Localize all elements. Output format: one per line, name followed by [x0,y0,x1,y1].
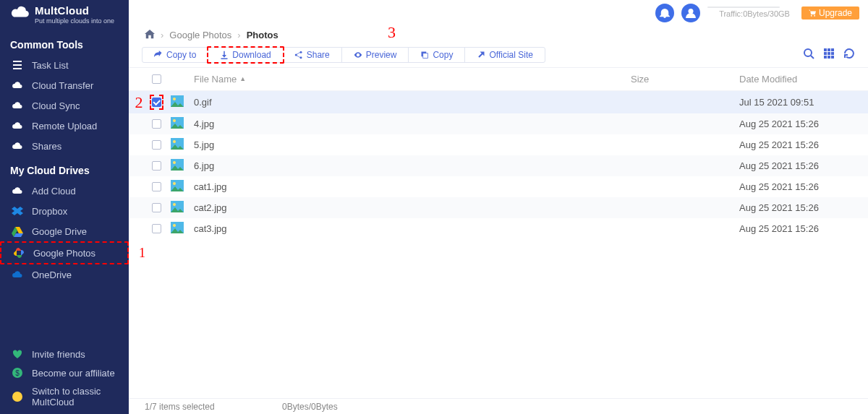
toolbar-label: Copy to [166,50,196,60]
svg-point-11 [804,49,812,56]
file-type-icon [171,138,194,152]
section-my-cloud-drives: My Cloud Drives [0,156,129,181]
svg-point-2 [12,392,22,402]
row-checkbox[interactable] [152,161,161,171]
file-name[interactable]: cat1.jpg [194,181,631,192]
refresh-icon[interactable] [843,48,855,62]
table-row[interactable]: 20.gifJul 15 2021 09:51 [129,91,868,113]
svg-point-5 [814,15,815,17]
table-row[interactable]: cat3.jpgAug 25 2021 15:26 [129,218,868,239]
svg-rect-10 [423,53,428,59]
grid-view-icon[interactable] [823,48,835,62]
column-header-date[interactable]: Date Modified [739,74,855,85]
cloud-sync-icon [12,100,23,111]
preview-button[interactable]: Preview [342,48,409,62]
sidebar-item-google-drive[interactable]: Google Drive [0,221,129,241]
upgrade-button[interactable]: Upgrade [801,7,859,20]
sidebar-item-dropbox[interactable]: Dropbox [0,201,129,221]
sidebar-item-label: Switch to classic MultCloud [32,386,117,407]
notifications-button[interactable] [655,4,674,22]
app-logo: MultCloud Put multiple clouds into one [0,0,129,30]
table-row[interactable]: 5.jpgAug 25 2021 15:26 [129,134,868,155]
sidebar-item-remote-upload[interactable]: Remote Upload [0,116,129,136]
sidebar-item-task-list[interactable]: Task List [0,55,129,75]
traffic-text: Traffic:0Bytes/30GB [715,8,794,20]
official-site-button[interactable]: Official Site [465,48,544,62]
cloud-upload-icon [12,120,23,131]
sidebar-item-google-photos[interactable]: Google Photos 1 [0,241,129,264]
toolbar-label: Download [232,50,271,60]
toolbar-group: Copy to Download Share Preview Copy Offi… [142,47,545,63]
svg-point-28 [173,161,176,164]
copy-icon [420,51,429,59]
sidebar-item-label: Cloud Sync [32,100,80,111]
sidebar-item-label: Add Cloud [32,186,76,197]
table-row[interactable]: cat2.jpgAug 25 2021 15:26 [129,197,868,218]
column-label: File Name [194,74,237,85]
breadcrumb-link[interactable]: Google Photos [169,30,231,40]
download-button[interactable]: Download [207,46,284,64]
list-icon [12,59,23,71]
row-checkbox[interactable] [152,224,161,233]
column-header-size[interactable]: Size [631,74,739,85]
row-checkbox[interactable] [152,98,161,107]
share-button[interactable]: Share [283,48,342,62]
google-photos-icon [13,247,25,259]
copy-button[interactable]: Copy [409,48,465,62]
svg-rect-12 [824,48,827,51]
select-all-checkbox[interactable] [152,74,161,84]
sidebar-item-classic[interactable]: Switch to classic MultCloud [0,382,129,411]
table-body: 20.gifJul 15 2021 09:514.jpgAug 25 2021 … [129,91,868,239]
annotation-marker-3: 3 [388,23,396,42]
svg-rect-18 [824,56,827,59]
file-name[interactable]: cat2.jpg [194,202,631,213]
row-checkbox[interactable] [152,140,161,150]
file-name[interactable]: 0.gif [194,97,631,108]
search-icon[interactable] [803,48,814,62]
toolbar-right [803,48,855,62]
profile-button[interactable] [681,4,700,22]
breadcrumb-separator: › [161,30,163,40]
dropbox-icon [12,205,23,217]
sidebar-item-onedrive[interactable]: OneDrive [0,264,129,285]
svg-point-34 [173,224,176,227]
sidebar-item-cloud-transfer[interactable]: Cloud Transfer [0,75,129,95]
svg-point-26 [173,140,176,143]
row-checkbox[interactable] [152,182,161,191]
file-date: Aug 25 2021 15:26 [739,118,855,129]
file-type-icon [171,117,194,131]
onedrive-icon [12,269,23,280]
sidebar-item-affiliate[interactable]: $ Become our affiliate [0,363,129,382]
sidebar-item-invite-friends[interactable]: Invite friends [0,345,129,363]
multcloud-logo-icon [10,4,30,22]
svg-rect-17 [831,52,834,55]
table-header: File Name ▲ Size Date Modified [129,68,868,91]
eye-icon [354,51,362,59]
toolbar-label: Share [307,50,330,60]
row-checkbox[interactable] [152,203,161,212]
table-row[interactable]: 4.jpgAug 25 2021 15:26 [129,113,868,134]
sidebar-item-shares[interactable]: Shares [0,136,129,156]
svg-point-22 [173,98,176,100]
file-date: Aug 25 2021 15:26 [739,181,855,192]
toolbar-label: Copy [433,50,453,60]
status-bytes: 0Bytes/0Bytes [282,402,338,412]
breadcrumb: › Google Photos › Photos 3 [129,26,868,44]
home-icon[interactable] [145,29,155,41]
row-checkbox[interactable] [152,119,161,129]
cloud-transfer-icon [12,79,23,91]
file-name[interactable]: 5.jpg [194,139,631,150]
status-selection: 1/7 items selected [145,402,282,412]
sidebar-item-cloud-sync[interactable]: Cloud Sync [0,95,129,116]
sidebar-item-add-cloud[interactable]: Add Cloud [0,181,129,201]
file-name[interactable]: 6.jpg [194,160,631,171]
app-subtitle: Put multiple clouds into one [35,17,114,25]
file-table: File Name ▲ Size Date Modified 20.gifJul… [129,67,868,398]
copy-to-button[interactable]: Copy to [142,48,208,62]
column-header-name[interactable]: File Name ▲ [194,74,631,85]
file-date: Jul 15 2021 09:51 [739,97,855,108]
file-name[interactable]: 4.jpg [194,118,631,129]
table-row[interactable]: cat1.jpgAug 25 2021 15:26 [129,176,868,197]
file-name[interactable]: cat3.jpg [194,223,631,234]
table-row[interactable]: 6.jpgAug 25 2021 15:26 [129,155,868,176]
